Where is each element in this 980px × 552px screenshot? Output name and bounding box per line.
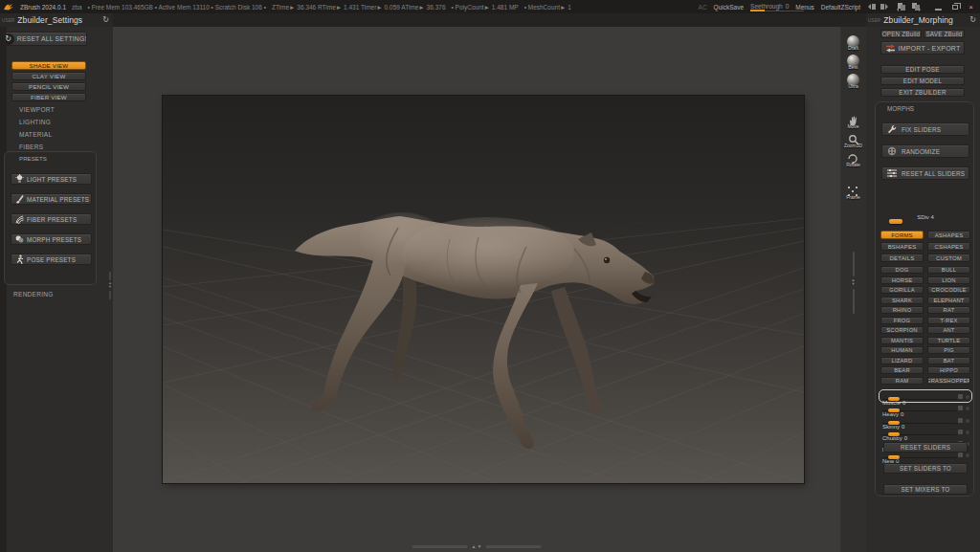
category-details-button[interactable]: DETAILS [880, 254, 924, 262]
sdiv-slider-handle[interactable] [889, 219, 902, 224]
slider-option-dot[interactable] [966, 453, 969, 457]
close-button[interactable]: × [967, 3, 975, 11]
vscroll-bar-bottom[interactable] [853, 289, 855, 314]
frame-tool-button[interactable]: Frame [846, 185, 859, 200]
menus-button[interactable]: Menus [795, 4, 814, 11]
animal-mantis-button[interactable]: MANTIS [880, 337, 924, 344]
set-mixers-to-button[interactable]: SET MIXERS TO [883, 484, 968, 495]
fiber-presets-button[interactable]: FIBER PRESETS [11, 213, 92, 225]
animal-ram-button[interactable]: RAM [880, 377, 924, 385]
animal-bat-button[interactable]: BAT [927, 357, 970, 364]
animal-crocodile-button[interactable]: CROCODILE [927, 286, 970, 294]
muscle-slider[interactable]: Muscle0 [880, 390, 971, 402]
animal-elephant-button[interactable]: ELEPHANT [927, 297, 970, 304]
category-cshapes-button[interactable]: CSHAPES [927, 242, 970, 251]
section-lighting[interactable]: LIGHTING [19, 119, 51, 125]
pose-presets-button[interactable]: POSE PRESETS [11, 254, 92, 265]
slider-option-dot[interactable] [966, 407, 969, 410]
edit-pose-button[interactable]: EDIT POSE [880, 65, 965, 74]
slider-handle[interactable] [888, 421, 900, 425]
animal-lizard-button[interactable]: LIZARD [880, 357, 924, 364]
viewport-canvas[interactable]: ▲ ▼ [113, 27, 840, 552]
left-refresh-icon[interactable]: ↻ [102, 16, 109, 24]
sdiv-slider[interactable]: SDiv 4 [889, 214, 962, 220]
move-tool-button[interactable]: Move [847, 114, 859, 129]
document-view[interactable] [163, 96, 804, 483]
section-fibers[interactable]: FIBERS [19, 144, 43, 150]
light-presets-button[interactable]: LIGHT PRESETS [11, 173, 92, 185]
animal-shark-button[interactable]: SHARK [880, 297, 924, 304]
open-zbuild-button[interactable]: OPEN ZBuild [880, 30, 922, 38]
category-ashapes-button[interactable]: ASHAPES [927, 231, 970, 239]
slider-handle[interactable] [888, 397, 900, 401]
chubby-slider[interactable]: Chubby0 [880, 426, 971, 437]
render-ultra-button[interactable]: Ultra [847, 74, 859, 89]
reset-sliders-button[interactable]: RESET SLIDERS [883, 442, 968, 453]
material-presets-button[interactable]: MATERIAL PRESETS [11, 193, 92, 205]
category-bshapes-button[interactable]: BSHAPES [880, 242, 924, 251]
animal-rat-button[interactable]: RAT [927, 306, 970, 314]
animal-gorilla-button[interactable]: GORILLA [880, 286, 924, 294]
quicksave-button[interactable]: QuickSave [714, 4, 744, 11]
fix-sliders-button[interactable]: FIX SLIDERS [881, 122, 969, 136]
copy-doc-icons[interactable] [867, 3, 889, 11]
section-material[interactable]: MATERIAL [19, 131, 52, 138]
reset-all-settings-button[interactable]: ↻ RESET ALL SETTINGS [5, 32, 87, 46]
animal-bear-button[interactable]: BEAR [880, 366, 924, 374]
slider-handle[interactable] [888, 432, 900, 436]
animal-turtle-button[interactable]: TURTLE [927, 337, 970, 344]
slider-option-box[interactable] [958, 418, 963, 423]
vertical-scrollbar[interactable]: ▲ ▼ [852, 252, 856, 314]
animal-pig-button[interactable]: PIG [927, 346, 970, 354]
animal-frog-button[interactable]: FROG [880, 317, 924, 324]
minimize-button[interactable] [934, 3, 943, 11]
animal-scorpion-button[interactable]: SCORPION [880, 326, 924, 334]
slider-option-box[interactable] [958, 430, 963, 434]
animal-hippo-button[interactable]: HIPPO [927, 366, 970, 374]
copy-left-icon[interactable] [867, 3, 877, 11]
import-export-button[interactable]: IMPORT - EXPORT [880, 41, 965, 55]
copy-right-icon[interactable] [880, 3, 889, 11]
scroll-up-icon[interactable]: ▲ [472, 544, 477, 549]
slider-option-dot[interactable] [966, 395, 969, 399]
edit-model-button[interactable]: EDIT MODEL [880, 77, 965, 85]
vscroll-bar-top[interactable] [853, 252, 855, 276]
fiber-view-button[interactable]: FIBER VIEW [11, 93, 86, 101]
slider-option-box[interactable] [958, 406, 963, 410]
heavy-slider[interactable]: Heavy0 [880, 402, 971, 413]
seethrough-slider[interactable]: Seethrough 0 [750, 3, 789, 11]
section-rendering[interactable]: RENDERING [13, 291, 54, 298]
restore-button[interactable] [950, 3, 959, 11]
category-forms-button[interactable]: FORMS [880, 231, 924, 239]
slider-option-box[interactable] [958, 394, 963, 399]
reset-all-sliders-button[interactable]: RESET ALL SLIDERS [881, 166, 969, 180]
exit-zbuilder-button[interactable]: EXIT ZBUILDER [880, 88, 965, 97]
pencil-view-button[interactable]: PENCIL VIEW [11, 82, 86, 91]
slider-handle[interactable] [888, 455, 900, 459]
set-sliders-to-button[interactable]: SET SLIDERS TO [883, 463, 968, 474]
paste-right-icon[interactable] [910, 2, 922, 11]
animal-dog-button[interactable]: DOG [880, 266, 924, 274]
slider-handle[interactable] [888, 408, 900, 412]
animal-horse-button[interactable]: HORSE [880, 276, 924, 284]
animal-rhino-button[interactable]: RHINO [880, 306, 924, 314]
animal-grasshopper-button[interactable]: GRASSHOPPER [927, 377, 970, 385]
zscript-button[interactable]: DefaultZScript [821, 4, 860, 11]
hscroll-bar-right[interactable] [485, 545, 541, 548]
animal-human-button[interactable]: HUMAN [880, 346, 924, 354]
clay-view-button[interactable]: CLAY VIEW [11, 72, 86, 80]
rotate-tool-button[interactable]: Rotate [846, 152, 860, 167]
left-tray-scrollbar[interactable]: ▲▼ [108, 272, 112, 299]
morph-presets-button[interactable]: MORPH PRESETS [11, 233, 92, 245]
slider-option-dot[interactable] [966, 419, 969, 423]
animal-trex-button[interactable]: T-REX [927, 317, 970, 324]
skinny-slider[interactable]: Skinny0 [880, 414, 971, 426]
paste-left-icon[interactable] [896, 2, 907, 11]
horizontal-scrollbar[interactable]: ▲ ▼ [412, 544, 542, 549]
zoom3d-tool-button[interactable]: Zoom3D [844, 133, 862, 148]
scroll-down-icon[interactable]: ▼ [852, 281, 856, 286]
category-custom-button[interactable]: CUSTOM [927, 254, 970, 262]
render-draft-button[interactable]: Draft [847, 35, 859, 51]
section-viewport[interactable]: VIEWPORT [19, 106, 55, 113]
paste-doc-icons[interactable] [896, 2, 922, 11]
